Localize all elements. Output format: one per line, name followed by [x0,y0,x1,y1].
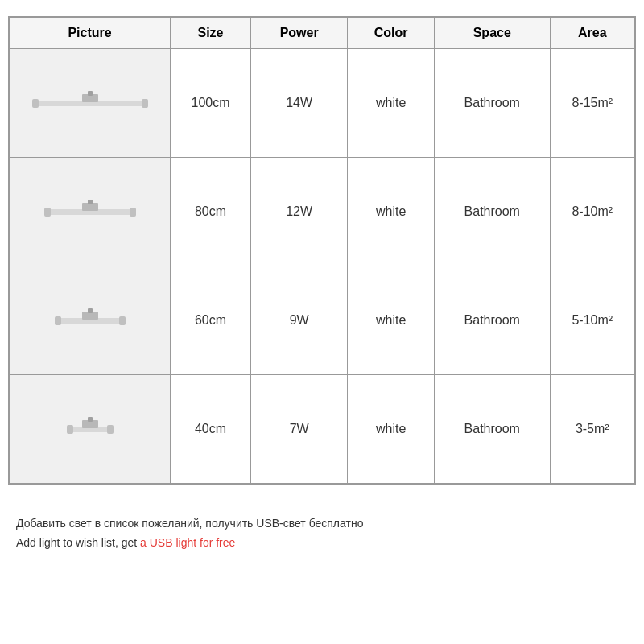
picture-cell-4 [10,375,171,484]
power-cell-1: 14W [251,49,348,158]
english-text-highlight: a USB light for free [140,536,235,549]
header-area: Area [550,18,634,49]
table-row: 60cm 9W white Bathroom 5-10m² [10,266,635,375]
header-space: Space [435,18,551,49]
power-cell-2: 12W [251,158,348,266]
table-row: 40cm 7W white Bathroom 3-5m² [10,375,635,484]
table-container: Picture Size Power Color Space Area [8,16,636,485]
svg-rect-7 [88,200,93,204]
english-text: Add light to wish list, get a USB light … [16,536,628,549]
fixture-svg-1 [30,83,151,123]
space-cell-2: Bathroom [435,158,551,266]
area-cell-3: 5-10m² [550,266,634,375]
svg-rect-13 [55,316,61,325]
area-cell-1: 8-15m² [550,49,634,158]
header-power: Power [251,18,348,49]
svg-rect-19 [107,425,114,434]
fixture-svg-4 [30,409,151,449]
english-text-before: Add light to wish list, get [16,536,140,549]
header-color: Color [348,18,435,49]
svg-rect-8 [44,208,51,217]
power-cell-4: 7W [251,375,348,484]
color-cell-1: white [348,49,435,158]
size-cell-2: 80cm [171,158,251,266]
svg-rect-14 [119,316,126,325]
size-cell-3: 60cm [171,266,251,375]
svg-rect-9 [130,208,136,217]
svg-rect-12 [88,308,93,313]
size-cell-1: 100cm [171,49,251,158]
space-cell-3: Bathroom [435,266,551,375]
power-cell-3: 9W [251,266,348,375]
bottom-section: Добавить свет в список пожеланий, получи… [8,517,636,549]
area-cell-2: 8-10m² [550,158,634,266]
header-picture: Picture [10,18,171,49]
header-size: Size [171,18,251,49]
picture-cell-1 [10,49,171,158]
space-cell-4: Bathroom [435,375,551,484]
picture-cell-2 [10,158,171,266]
russian-text: Добавить свет в список пожеланий, получи… [16,517,628,530]
svg-rect-3 [32,99,39,108]
table-row: 80cm 12W white Bathroom 8-10m² [10,158,635,266]
size-cell-4: 40cm [171,375,251,484]
picture-cell-3 [10,266,171,375]
fixture-svg-2 [30,192,151,232]
svg-rect-17 [88,417,93,422]
table-row: 100cm 14W white Bathroom 8-15m² [10,49,635,158]
svg-rect-18 [67,425,73,434]
color-cell-4: white [348,375,435,484]
svg-rect-4 [142,99,148,108]
svg-rect-2 [88,91,93,96]
area-cell-4: 3-5m² [550,375,634,484]
space-cell-1: Bathroom [435,49,551,158]
color-cell-3: white [348,266,435,375]
color-cell-2: white [348,158,435,266]
fixture-svg-3 [30,300,151,341]
